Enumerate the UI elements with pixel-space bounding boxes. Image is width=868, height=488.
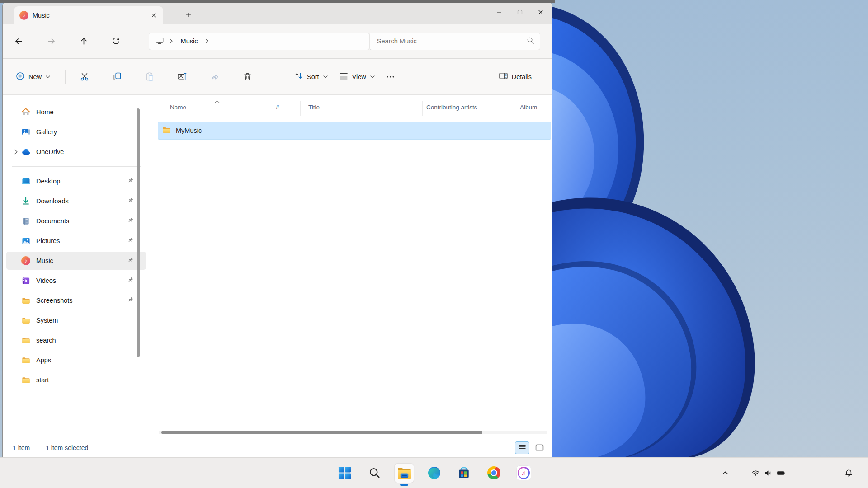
- pin-icon: [127, 197, 133, 205]
- folder-icon: [162, 126, 171, 135]
- thumbnail-view-icon: [535, 444, 544, 451]
- this-pc-monitor-icon[interactable]: [156, 37, 164, 46]
- taskbar-chrome-button[interactable]: [484, 464, 503, 483]
- wifi-icon: [752, 470, 760, 476]
- cut-button[interactable]: [75, 67, 94, 86]
- column-header-title[interactable]: Title: [308, 104, 320, 111]
- file-explorer-icon: [397, 466, 412, 479]
- tab-close-button[interactable]: [148, 9, 160, 21]
- navigation-sidebar: Home Gallery OneDrive: [3, 95, 150, 438]
- sidebar-item-label: Gallery: [36, 128, 142, 136]
- taskbar: ♫: [0, 457, 868, 488]
- breadcrumb-chevron-icon[interactable]: [169, 37, 174, 45]
- tab-music[interactable]: ♪ Music: [14, 6, 163, 24]
- taskbar-microsoft-store-button[interactable]: [454, 464, 473, 483]
- sidebar-item-label: Desktop: [36, 178, 142, 185]
- close-icon: [151, 13, 156, 18]
- taskbar-search-button[interactable]: [365, 464, 384, 483]
- sidebar-scrollbar[interactable]: [137, 108, 140, 357]
- sidebar-item-system[interactable]: System: [6, 311, 146, 329]
- tab-bar: ♪ Music: [3, 3, 552, 24]
- address-bar[interactable]: Music: [149, 33, 369, 50]
- edge-browser-icon: [428, 466, 441, 479]
- pictures-icon: [21, 237, 31, 245]
- refresh-icon: [112, 37, 120, 46]
- details-panel-icon: [499, 72, 508, 81]
- sidebar-separator: [12, 166, 141, 167]
- pin-icon: [127, 217, 133, 225]
- column-separator[interactable]: [516, 101, 516, 116]
- column-separator[interactable]: [422, 101, 423, 116]
- sidebar-item-search[interactable]: search: [6, 331, 146, 349]
- column-header-number[interactable]: #: [276, 104, 279, 111]
- sidebar-item-videos[interactable]: Videos: [6, 272, 146, 290]
- column-header-name[interactable]: Name: [170, 104, 186, 111]
- refresh-button[interactable]: [106, 33, 126, 50]
- view-lines-icon: [340, 72, 348, 81]
- thumbnail-view-toggle-button[interactable]: [532, 441, 547, 454]
- forward-button[interactable]: [42, 33, 61, 50]
- sidebar-item-start[interactable]: start: [6, 371, 146, 389]
- sidebar-item-pictures[interactable]: Pictures: [6, 232, 146, 250]
- notifications-button[interactable]: [840, 464, 857, 482]
- delete-button[interactable]: [237, 67, 257, 86]
- folder-icon: [21, 376, 31, 384]
- copy-button[interactable]: [107, 67, 127, 86]
- new-tab-button[interactable]: [182, 9, 195, 21]
- close-window-button[interactable]: [530, 4, 551, 21]
- view-button-label: View: [352, 73, 366, 80]
- plus-icon: [186, 12, 191, 18]
- sidebar-item-gallery[interactable]: Gallery: [6, 123, 146, 141]
- copy-icon: [113, 72, 122, 81]
- sidebar-item-desktop[interactable]: Desktop: [6, 172, 146, 190]
- battery-icon: [777, 471, 785, 475]
- navigation-bar: Music: [3, 24, 552, 58]
- column-header-contributing-artists[interactable]: Contributing artists: [426, 104, 477, 111]
- hidden-icons-chevron-button[interactable]: [718, 465, 732, 481]
- system-tray-network-volume-battery[interactable]: [746, 464, 790, 482]
- horizontal-scrollbar[interactable]: [159, 431, 547, 434]
- chevron-right-icon[interactable]: [11, 149, 21, 155]
- view-button[interactable]: View: [334, 67, 381, 86]
- new-button[interactable]: New: [10, 67, 56, 86]
- column-header-album[interactable]: Album: [520, 104, 537, 111]
- horizontal-scrollbar-thumb[interactable]: [161, 431, 482, 434]
- minimize-button[interactable]: [489, 4, 509, 21]
- breadcrumb-chevron-icon[interactable]: [205, 37, 209, 45]
- search-icon[interactable]: [527, 37, 534, 46]
- share-button[interactable]: [205, 67, 225, 86]
- sort-button[interactable]: Sort: [288, 67, 334, 86]
- start-button[interactable]: [335, 464, 354, 483]
- sidebar-item-home[interactable]: Home: [6, 103, 146, 121]
- sidebar-item-apps[interactable]: Apps: [6, 351, 146, 369]
- taskbar-file-explorer-button[interactable]: [395, 464, 414, 483]
- up-button[interactable]: [74, 33, 94, 50]
- file-list-area: Name # Title Contributing artists Album …: [150, 95, 552, 438]
- taskbar-itunes-button[interactable]: ♫: [514, 464, 533, 483]
- sidebar-item-label: System: [36, 317, 142, 324]
- more-options-button[interactable]: [381, 67, 401, 86]
- back-button[interactable]: [9, 33, 29, 50]
- windows-logo-icon: [338, 466, 351, 479]
- search-box[interactable]: [369, 33, 540, 50]
- column-separator[interactable]: [272, 101, 272, 116]
- column-separator[interactable]: [300, 101, 301, 116]
- taskbar-edge-button[interactable]: [425, 464, 443, 483]
- paste-button[interactable]: [140, 67, 160, 86]
- search-input[interactable]: [377, 38, 527, 45]
- maximize-button[interactable]: [509, 4, 530, 21]
- sidebar-item-documents[interactable]: Documents: [6, 212, 146, 230]
- details-button[interactable]: Details: [493, 67, 538, 86]
- details-view-toggle-button[interactable]: [515, 441, 529, 454]
- minimize-icon: [496, 9, 502, 15]
- rename-button[interactable]: [172, 67, 192, 86]
- sidebar-item-music[interactable]: ♪ Music: [6, 252, 146, 270]
- file-row-mymusic[interactable]: MyMusic: [158, 122, 551, 140]
- sidebar-item-screenshots[interactable]: Screenshots: [6, 291, 146, 310]
- sidebar-item-label: search: [36, 337, 142, 344]
- volume-icon: [764, 470, 772, 476]
- breadcrumb-music[interactable]: Music: [179, 37, 200, 46]
- sidebar-item-downloads[interactable]: Downloads: [6, 192, 146, 210]
- sidebar-item-onedrive[interactable]: OneDrive: [6, 143, 146, 161]
- desktop-icon: [21, 178, 31, 185]
